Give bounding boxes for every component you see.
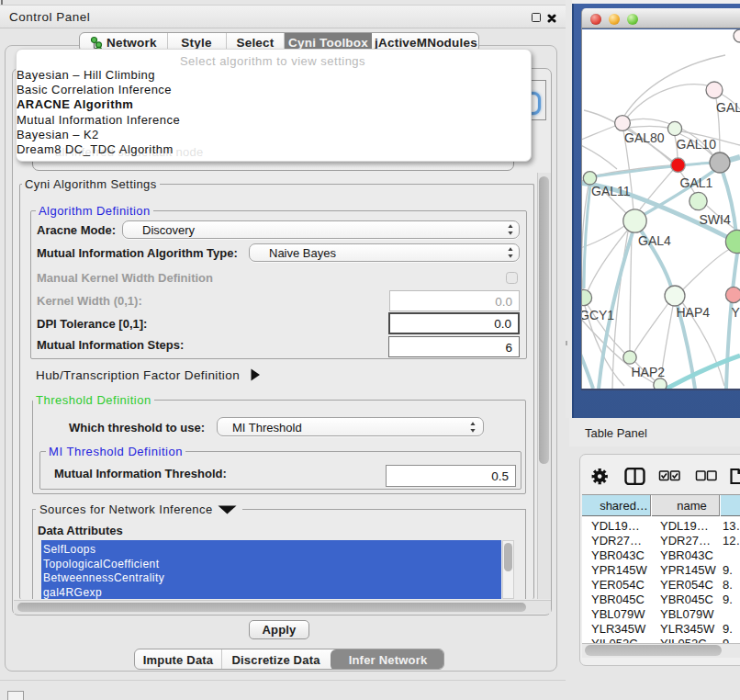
- svg-text:GAL1: GAL1: [680, 175, 713, 190]
- svg-text:GAL11: GAL11: [591, 184, 631, 198]
- svg-text:GAL10: GAL10: [677, 137, 717, 152]
- svg-text:HAP2: HAP2: [632, 365, 666, 379]
- svg-text:GAL: GAL: [716, 100, 740, 115]
- svg-text:GCY1: GCY1: [582, 308, 614, 322]
- svg-text:GAL80: GAL80: [624, 130, 665, 145]
- svg-text:SWI4: SWI4: [700, 212, 731, 227]
- svg-text:HAP4: HAP4: [677, 305, 711, 320]
- svg-text:GAL4: GAL4: [638, 233, 671, 248]
- svg-text:Y: Y: [732, 305, 740, 320]
